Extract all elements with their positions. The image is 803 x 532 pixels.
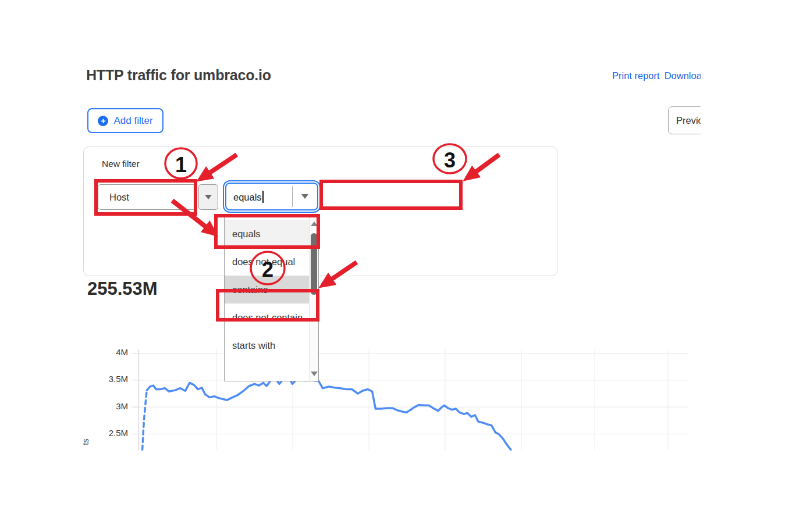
page-title: HTTP traffic for umbraco.io <box>86 67 271 84</box>
filter-field-dropdown-button[interactable] <box>198 184 218 210</box>
operator-dropdown-button[interactable] <box>293 194 317 199</box>
text-cursor <box>262 191 264 203</box>
page-canvas: HTTP traffic for umbraco.io Print report… <box>0 0 803 532</box>
operator-option-equals[interactable]: equals <box>225 220 310 248</box>
operator-option-contains[interactable]: contains <box>225 276 310 304</box>
add-filter-button[interactable]: + Add filter <box>87 108 164 133</box>
previous-button-clip: Previous <box>668 106 701 134</box>
chart-series <box>143 377 511 449</box>
scroll-up-icon[interactable] <box>310 222 318 226</box>
chevron-down-icon <box>205 195 212 199</box>
new-filter-title: New filter <box>102 159 140 169</box>
chart-gridlines <box>138 349 688 450</box>
operator-option-starts-with[interactable]: starts with <box>225 331 310 359</box>
series-dashed <box>143 390 147 449</box>
report-links: Print report Download <box>607 68 701 84</box>
operator-value: equals <box>233 192 262 202</box>
ytick-2-5m: 2.5M <box>87 428 128 438</box>
dropdown-scrollbar[interactable] <box>309 217 318 381</box>
operator-options-dropdown: equalsdoes not equalcontainsdoes not con… <box>224 216 319 381</box>
ytick-3m: 3M <box>87 401 128 411</box>
operator-combobox[interactable]: equals <box>223 180 321 213</box>
ytick-3-5m: 3.5M <box>87 374 128 384</box>
add-filter-label: Add filter <box>113 115 152 127</box>
ytick-4m: 4M <box>87 347 128 357</box>
y-axis-label-cropped: ts <box>81 439 90 445</box>
scroll-down-icon[interactable] <box>310 372 318 376</box>
plus-circle-icon: + <box>98 116 108 126</box>
download-link[interactable]: Download <box>665 70 701 81</box>
filter-field-value: Host <box>109 192 129 203</box>
total-requests-stat: 255.53M <box>87 279 158 299</box>
operator-option-does-not-equal[interactable]: does not equal <box>225 248 310 276</box>
operator-options-list: equalsdoes not equalcontainsdoes not con… <box>225 217 310 359</box>
filter-field-select[interactable]: Host <box>98 184 196 210</box>
operator-option-does-not-contain[interactable]: does not contain <box>225 304 310 331</box>
previous-range-button[interactable]: Previous <box>668 106 701 134</box>
print-report-link[interactable]: Print report <box>612 70 660 81</box>
series-solid <box>147 377 511 449</box>
chart-axis <box>132 349 139 450</box>
new-filter-panel <box>83 147 557 276</box>
scrollbar-thumb[interactable] <box>311 233 317 295</box>
chevron-down-icon <box>301 194 308 199</box>
